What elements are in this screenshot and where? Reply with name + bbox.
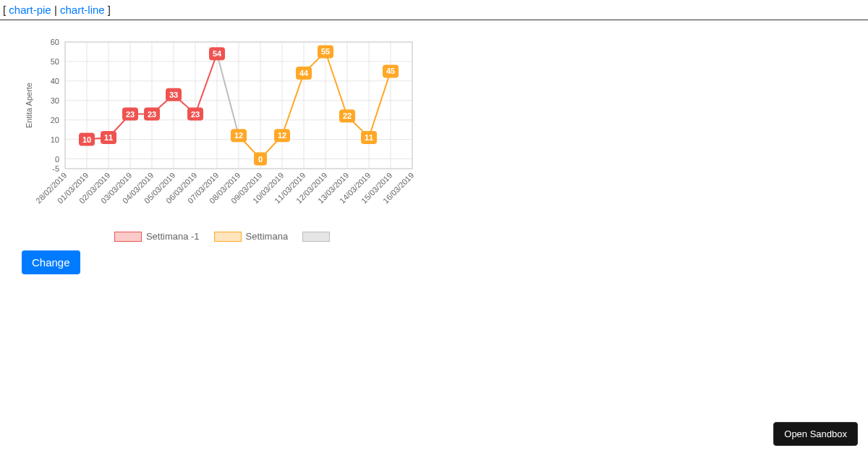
svg-text:50: 50 — [51, 57, 59, 66]
bracket: ] — [108, 4, 111, 16]
legend-label: Settimana — [246, 231, 289, 242]
legend-label: Settimana -1 — [146, 231, 200, 242]
svg-text:10: 10 — [82, 135, 91, 144]
legend-item-unnamed[interactable] — [302, 232, 334, 242]
svg-text:-5: -5 — [52, 164, 59, 173]
separator: | — [54, 4, 60, 16]
top-nav: [ chart-pie | chart-line ] — [0, 0, 868, 20]
svg-text:33: 33 — [169, 90, 178, 99]
svg-text:54: 54 — [213, 49, 222, 58]
svg-text:12: 12 — [234, 131, 243, 140]
svg-text:55: 55 — [321, 47, 330, 56]
line-chart: -5010203040506028/02/201901/03/201902/03… — [22, 35, 427, 227]
legend-swatch — [114, 232, 142, 242]
change-button[interactable]: Change — [22, 250, 80, 274]
chart-legend: Settimana -1 Settimana — [22, 231, 427, 242]
svg-text:Entita Aperte: Entita Aperte — [25, 83, 33, 128]
svg-text:11: 11 — [365, 133, 373, 142]
legend-swatch — [302, 232, 330, 242]
legend-item-settimana[interactable]: Settimana — [214, 231, 289, 242]
link-chart-pie[interactable]: chart-pie — [9, 4, 51, 16]
svg-text:10: 10 — [51, 135, 59, 144]
link-chart-line[interactable]: chart-line — [60, 4, 105, 16]
svg-text:23: 23 — [191, 110, 200, 119]
svg-text:22: 22 — [343, 111, 352, 120]
svg-text:23: 23 — [148, 110, 156, 119]
svg-text:0: 0 — [258, 155, 263, 164]
svg-text:30: 30 — [51, 96, 59, 105]
legend-item-settimana-1[interactable]: Settimana -1 — [114, 231, 200, 242]
svg-text:0: 0 — [55, 155, 59, 164]
svg-text:44: 44 — [299, 69, 309, 77]
svg-text:12: 12 — [278, 131, 286, 140]
svg-text:23: 23 — [126, 110, 135, 119]
svg-text:40: 40 — [51, 77, 59, 85]
svg-text:11: 11 — [104, 133, 113, 142]
svg-text:45: 45 — [386, 67, 395, 75]
divider — [0, 20, 868, 20]
svg-text:20: 20 — [51, 116, 59, 124]
svg-text:60: 60 — [51, 38, 59, 46]
legend-swatch — [214, 232, 242, 242]
